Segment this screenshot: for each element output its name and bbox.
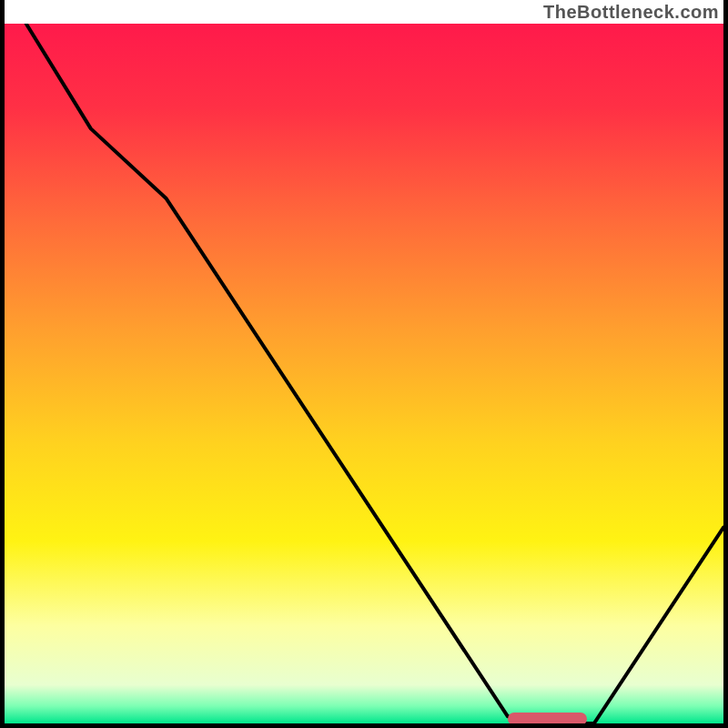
plot-area [5, 24, 723, 723]
watermark-text: TheBottleneck.com [543, 2, 719, 23]
bottleneck-curve [5, 24, 723, 723]
optimal-range-marker [508, 713, 587, 723]
